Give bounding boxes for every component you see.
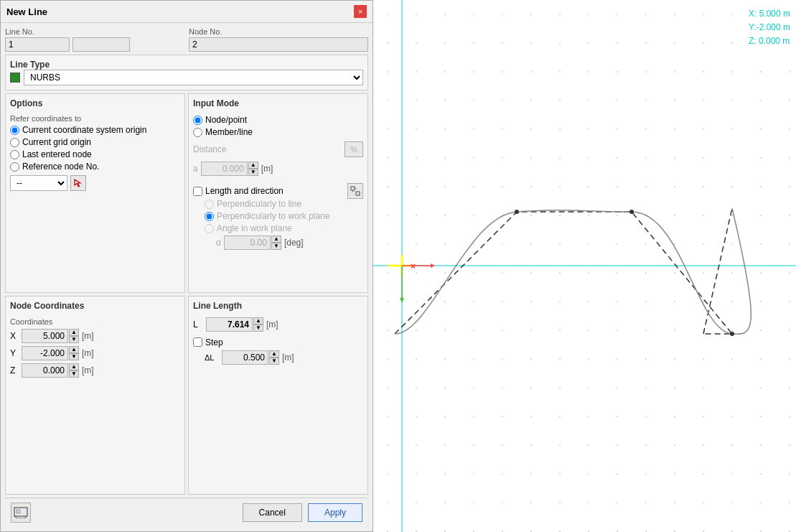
L-spin-down[interactable]: ▼ [253,325,263,332]
z-input[interactable] [22,363,68,378]
refer-coords-label: Refer coordinates to [10,114,180,123]
alpha-label: α [216,238,221,248]
delta-L-label: ΔL [205,353,219,362]
options-panel: Options Refer coordinates to Current coo… [5,93,185,293]
radio-row-perp-line[interactable]: Perpendicularly to line [205,199,363,209]
line-no-input[interactable] [5,37,70,52]
alpha-input[interactable] [224,235,271,250]
alpha-unit: [deg] [284,238,304,248]
input-mode-label: Input Mode [193,98,363,108]
step-row: Step [193,337,363,347]
y-coord-row: Y ▲ ▼ [m] [10,346,180,360]
svg-rect-2 [356,192,360,195]
svg-point-16 [515,210,519,214]
z-spin-up[interactable]: ▲ [69,363,79,370]
y-label: Y [10,348,19,358]
node-no-input[interactable] [189,37,368,52]
x-unit: [m] [82,331,94,341]
a-spin-down[interactable]: ▼ [248,169,258,176]
expand-icon [350,186,360,196]
bottom-buttons: Cancel Apply [5,498,368,527]
z-coord-display: Z: 0.000 m [749,34,790,48]
step-label: Step [205,337,223,347]
cursor-button[interactable] [70,175,86,191]
delta-L-spin-down[interactable]: ▼ [269,358,279,365]
step-checkbox[interactable] [193,337,202,347]
line-type-section: Line Type NURBS Polyline Spline [5,55,368,90]
L-label: L [193,319,203,330]
ref-node-select[interactable]: -- [10,175,67,191]
input-mode-group: Node/point Member/line [193,115,363,137]
dialog-content: Line No. Node No. [1,23,373,531]
radio-last-node[interactable] [10,150,19,159]
line-length-panel: Line Length L ▲ ▼ [m] Step [188,296,368,495]
radio-row-node-point[interactable]: Node/point [193,115,363,125]
expand-button[interactable] [347,183,363,199]
a-input[interactable] [201,162,248,176]
svg-point-17 [629,210,634,214]
svg-point-18 [730,332,734,336]
delta-L-spin-up[interactable]: ▲ [269,350,279,358]
z-spin-down[interactable]: ▼ [69,370,79,378]
refer-coords-group: Current coordinate system origin Current… [10,125,180,191]
radio-member-line[interactable] [193,128,202,137]
z-coord-row: Z ▲ ▼ [m] [10,363,180,378]
x-spin-down[interactable]: ▼ [69,336,79,343]
radio-row-current-coord[interactable]: Current coordinate system origin [10,125,180,135]
radio-perp-plane[interactable] [205,212,214,221]
close-button[interactable]: × [354,5,367,18]
z-label: Z [10,365,19,375]
length-direction-label: Length and direction [205,186,284,196]
pct-button[interactable]: % [345,141,363,157]
radio-row-member-line[interactable]: Member/line [193,127,363,137]
line-no-label: Line No. [5,27,184,36]
a-spin-up[interactable]: ▲ [248,162,258,169]
cancel-button[interactable]: Cancel [243,503,302,522]
direction-options: Perpendicularly to line Perpendicularly … [205,199,363,250]
cursor-icon [73,178,83,188]
radio-current-grid[interactable] [10,138,19,147]
line-type-label: Line Type [10,60,50,70]
radio-ref-node[interactable] [10,162,19,172]
new-line-dialog: New Line × Line No. [0,0,373,532]
line-no-extra-input[interactable] [72,37,130,52]
y-input[interactable] [22,346,68,360]
x-spin-up[interactable]: ▲ [69,329,79,336]
y-spin-up[interactable]: ▲ [69,346,79,353]
radio-row-current-grid[interactable]: Current grid origin [10,137,180,147]
a-input-row: a ▲ ▼ [m] [193,162,363,176]
delta-L-input[interactable] [222,350,268,365]
radio-angle-label: Angle in work plane [217,223,292,233]
apply-button[interactable]: Apply [308,503,362,522]
dialog-title: New Line [6,6,47,17]
canvas-svg: × [373,0,796,532]
radio-row-perp-plane[interactable]: Perpendicularly to work plane [205,211,363,221]
length-direction-row: Length and direction [193,183,363,199]
x-coord-row: X ▲ ▼ [m] [10,329,180,343]
radio-node-point[interactable] [193,116,202,125]
radio-row-angle[interactable]: Angle in work plane [205,223,363,233]
L-input[interactable] [206,317,253,332]
y-spin-down[interactable]: ▼ [69,353,79,360]
svg-rect-1 [351,187,355,190]
view-button[interactable] [11,503,31,523]
canvas-area[interactable]: × X: 5.000 m Y:-2.000 m Z: 0.000 m [373,0,796,532]
radio-row-ref-node[interactable]: Reference node No. [10,162,180,172]
radio-perp-plane-label: Perpendicularly to work plane [217,211,329,221]
radio-row-last-node[interactable]: Last entered node [10,149,180,159]
length-direction-checkbox[interactable] [193,187,202,196]
x-input[interactable] [22,329,68,343]
title-bar: New Line × [1,1,373,23]
radio-perp-line[interactable] [205,200,214,209]
alpha-spin-up[interactable]: ▲ [271,235,281,243]
L-spin-up[interactable]: ▲ [253,317,263,325]
input-mode-panel: Input Mode Node/point Member/line Distan… [188,93,368,293]
line-type-select[interactable]: NURBS Polyline Spline [24,70,363,85]
bottom-panels-row: Node Coordinates Coordinates X ▲ ▼ [m] Y [5,296,368,495]
node-coords-label: Node Coordinates [10,301,180,311]
x-label: X [10,331,19,341]
radio-angle[interactable] [205,224,214,233]
a-unit: [m] [261,164,273,174]
alpha-spin-down[interactable]: ▼ [271,243,281,250]
radio-current-coord[interactable] [10,126,19,135]
